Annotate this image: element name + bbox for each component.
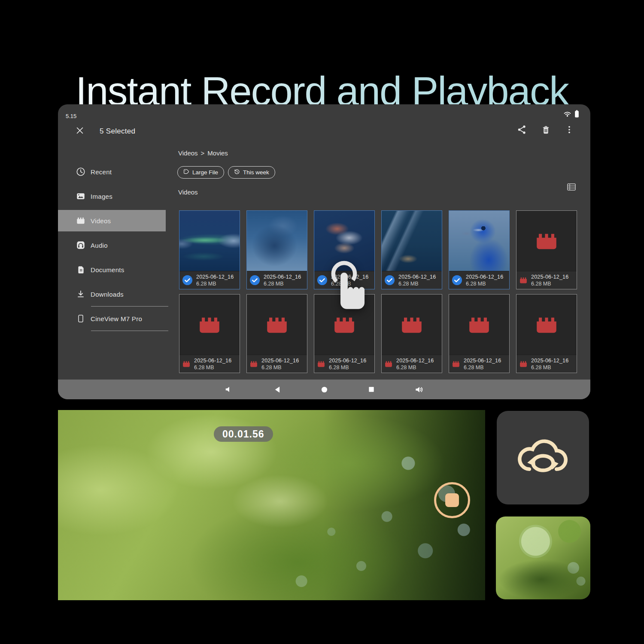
video-thumb-coral [247, 211, 307, 271]
stop-record-button[interactable] [434, 482, 470, 518]
document-icon [75, 265, 86, 274]
file-name: 2025-06-12_16 [531, 357, 568, 364]
sidebar-item-label: Images [91, 193, 112, 200]
history-icon [234, 169, 240, 176]
cloud-sync-icon [515, 431, 571, 485]
tile-caption: 2025-06-12_166.28 MB [179, 355, 240, 373]
status-time: 5.15 [66, 113, 76, 119]
file-name: 2025-06-12_16 [194, 357, 231, 364]
wifi-icon [563, 111, 571, 119]
video-tile[interactable]: 2025-06-12_166.28 MB [449, 294, 510, 373]
sidebar-item-recent[interactable]: Recent [58, 161, 166, 182]
nav-recents-button[interactable] [368, 386, 374, 392]
file-size: 6.28 MB [261, 364, 299, 371]
sidebar-item-images[interactable]: Images [58, 185, 166, 207]
video-placeholder-thumb [516, 211, 577, 271]
video-tile[interactable]: 2025-06-12_166.28 MB [246, 294, 307, 373]
more-options-icon[interactable] [565, 125, 574, 134]
filter-chip-large-file[interactable]: Large File [177, 166, 224, 179]
delete-icon[interactable] [541, 125, 551, 135]
video-thumb-aurora [179, 211, 240, 271]
tile-caption: 2025-06-12_166.28 MB [247, 355, 307, 373]
tag-icon [183, 169, 189, 176]
selection-count: 5 Selected [100, 127, 135, 136]
video-tile[interactable]: 2025-06-12_166.28 MB [516, 294, 577, 373]
video-thumb-peacock [449, 211, 509, 271]
file-name: 2025-06-12_16 [464, 357, 501, 364]
sidebar-item-downloads[interactable]: Downloads [58, 283, 166, 305]
video-tile[interactable]: 2025-06-12_166.28 MB [449, 210, 510, 289]
file-size: 6.28 MB [531, 364, 568, 371]
section-label: Videos [178, 188, 198, 196]
video-tile[interactable]: 2025-06-12_166.28 MB [179, 294, 240, 373]
status-icons [563, 110, 579, 119]
file-name: 2025-06-12_16 [396, 357, 434, 364]
video-tile[interactable]: 2025-06-12_166.28 MB [179, 210, 240, 289]
video-tile[interactable]: 2025-06-12_166.28 MB [381, 294, 442, 373]
clock-icon [75, 167, 86, 176]
close-icon[interactable] [75, 126, 85, 135]
nav-volume-up-button[interactable] [415, 386, 424, 393]
selected-check-icon[interactable] [384, 275, 395, 286]
header-actions [517, 125, 574, 135]
movie-icon [197, 314, 222, 335]
sidebar-item-label: Videos [91, 217, 111, 225]
file-size: 6.28 MB [194, 364, 231, 371]
selected-check-icon[interactable] [452, 275, 462, 286]
tile-caption: 2025-06-12_166.28 MB [516, 355, 577, 373]
breadcrumb: Videos > Movies [178, 149, 228, 157]
file-size: 6.28 MB [531, 280, 568, 287]
video-tile[interactable]: 2025-06-12_166.28 MB [516, 210, 577, 289]
filter-chips: Large FileThis week [177, 166, 275, 179]
breadcrumb-current[interactable]: Movies [207, 149, 228, 157]
device-icon [75, 314, 86, 323]
movie-icon [519, 276, 528, 285]
selected-check-icon[interactable] [249, 275, 260, 286]
file-size: 6.28 MB [466, 280, 503, 287]
file-size: 6.28 MB [396, 364, 434, 371]
battery-icon [574, 110, 579, 119]
breadcrumb-separator: > [201, 149, 205, 157]
file-name: 2025-06-12_16 [264, 273, 301, 280]
nav-volume-down-button[interactable] [225, 386, 233, 393]
file-name: 2025-06-12_16 [329, 357, 366, 364]
video-placeholder-thumb [382, 295, 442, 355]
filter-chip-this-week[interactable]: This week [228, 166, 275, 179]
tile-caption: 2025-06-12_166.28 MB [382, 271, 442, 289]
video-placeholder-thumb [516, 295, 577, 355]
sidebar-item-videos[interactable]: Videos [58, 210, 166, 231]
nav-back-button[interactable] [274, 386, 280, 393]
share-icon[interactable] [517, 125, 527, 135]
video-grid: 2025-06-12_166.28 MB2025-06-12_166.28 MB… [179, 210, 577, 373]
tablet-mockup: 5.15 5 Selected RecentImagesVideosAudioD… [58, 104, 590, 399]
video-tile[interactable]: 2025-06-12_166.28 MB [246, 210, 307, 289]
sidebar-item-label: Recent [91, 168, 112, 176]
tile-caption: 2025-06-12_166.28 MB [449, 355, 509, 373]
sidebar-item-documents[interactable]: Documents [58, 259, 166, 280]
movie-icon [399, 314, 424, 335]
sidebar-item-cineview-m7-pro[interactable]: CineView M7 Pro [58, 308, 166, 329]
video-placeholder-thumb [179, 295, 240, 355]
selected-check-icon[interactable] [182, 275, 193, 286]
file-size: 6.28 MB [464, 364, 501, 371]
list-view-toggle-icon[interactable] [567, 183, 576, 192]
file-size: 6.28 MB [264, 280, 301, 287]
movie-icon [264, 314, 289, 335]
download-icon [75, 289, 86, 299]
file-name: 2025-06-12_16 [531, 273, 568, 280]
breadcrumb-parent[interactable]: Videos [178, 149, 198, 157]
movie-icon [182, 360, 191, 368]
file-size: 6.28 MB [398, 280, 436, 287]
file-name: 2025-06-12_16 [466, 273, 503, 280]
nav-home-button[interactable] [321, 386, 328, 393]
movie-icon [75, 216, 86, 225]
video-tile[interactable]: 2025-06-12_166.28 MB [381, 210, 442, 289]
stop-icon [445, 493, 459, 507]
sidebar-item-label: CineView M7 Pro [91, 315, 142, 322]
sidebar-item-audio[interactable]: Audio [58, 234, 166, 256]
video-placeholder-thumb [449, 295, 509, 355]
movie-icon [467, 314, 492, 335]
movie-icon [534, 231, 559, 251]
movie-icon [384, 360, 393, 368]
video-thumb-cave [382, 211, 442, 271]
